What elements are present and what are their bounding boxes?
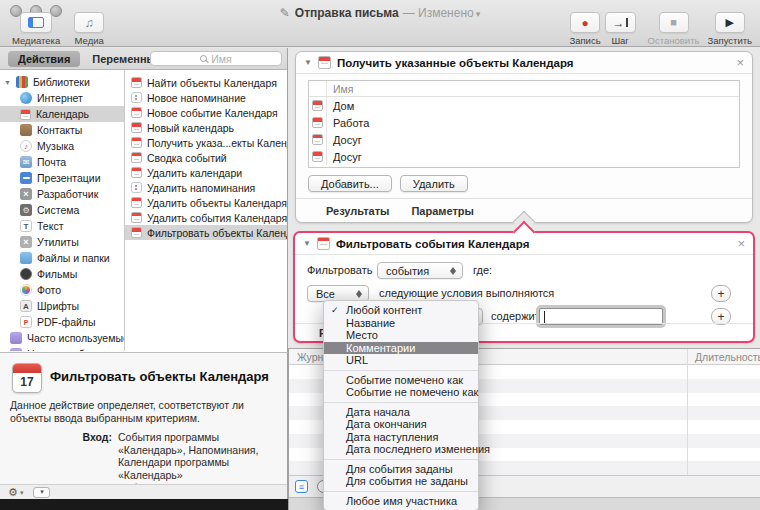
sidebar-item-presentations[interactable]: Презентации bbox=[0, 170, 124, 186]
menu-separator bbox=[324, 370, 478, 371]
input-value: События программы «Календарь», Напоминан… bbox=[118, 431, 282, 481]
menu-item[interactable]: ✓Любой контент bbox=[324, 304, 478, 317]
action-item[interactable]: Найти объекты Календаря bbox=[125, 75, 287, 90]
calendar-icon bbox=[131, 137, 142, 148]
globe-icon bbox=[20, 92, 32, 104]
action-item[interactable]: Удалить события Календаря bbox=[125, 210, 287, 225]
menu-item[interactable]: Для события заданы bbox=[324, 463, 478, 476]
table-row[interactable]: Досуг bbox=[309, 131, 739, 148]
media-button[interactable]: ♫ bbox=[74, 12, 104, 33]
sidebar-item-developer[interactable]: Разработчик bbox=[0, 186, 124, 202]
menu-item[interactable]: URL bbox=[324, 354, 478, 367]
library-sidebar: ▼Библиотеки Интернет Календарь Контакты … bbox=[0, 70, 125, 351]
menu-item[interactable]: Дата последнего изменения bbox=[324, 443, 478, 456]
sidebar-item-text[interactable]: Текст bbox=[0, 218, 124, 234]
smart-folder-icon bbox=[10, 332, 22, 344]
record-button[interactable]: ● bbox=[570, 12, 600, 33]
action-item[interactable]: Удалить напоминания bbox=[125, 180, 287, 195]
sidebar-item-recently-added[interactable]: Недавно...бавленные bbox=[0, 346, 124, 351]
run-button[interactable]: ▶ bbox=[715, 12, 745, 33]
sidebar-item-internet[interactable]: Интернет bbox=[0, 90, 124, 106]
menu-item[interactable]: Дата окончания bbox=[324, 418, 478, 431]
action-item-selected[interactable]: Фильтровать объекты Календаря bbox=[125, 225, 287, 240]
disclosure-icon[interactable]: ▼ bbox=[4, 79, 11, 86]
get-calendar-items-action: ▼ Получить указанные объекты Календаря ×… bbox=[295, 51, 753, 223]
calendar-icon bbox=[131, 227, 142, 238]
music-icon bbox=[20, 140, 32, 152]
parameters-tab[interactable]: Параметры bbox=[411, 205, 473, 217]
calendar-icon bbox=[131, 212, 142, 223]
library-button[interactable] bbox=[20, 12, 52, 33]
calendar-icon bbox=[312, 117, 323, 128]
menu-item[interactable]: Событие не помечено как bbox=[324, 386, 478, 399]
gear-menu-button[interactable]: ⚙▾ bbox=[8, 487, 23, 498]
folder-icon bbox=[20, 252, 32, 264]
close-icon[interactable]: × bbox=[737, 237, 745, 250]
chevron-down-icon: ▾ bbox=[40, 488, 44, 496]
sidebar-item-system[interactable]: Система bbox=[0, 202, 124, 218]
sidebar-item-music[interactable]: Музыка bbox=[0, 138, 124, 154]
calendar-icon bbox=[131, 122, 142, 133]
menu-item[interactable]: Для события не заданы bbox=[324, 475, 478, 488]
search-icon bbox=[200, 55, 207, 62]
disclosure-icon[interactable]: ▼ bbox=[303, 239, 311, 248]
search-input[interactable]: Имя bbox=[150, 51, 282, 66]
action-item[interactable]: Удалить объекты Календаря bbox=[125, 195, 287, 210]
sidebar-item-libraries[interactable]: ▼Библиотеки bbox=[0, 74, 124, 90]
results-tab[interactable]: Результаты bbox=[326, 205, 389, 217]
record-toolbar-item: ● Запись bbox=[569, 12, 600, 46]
collapse-panel-button[interactable]: ▾ bbox=[33, 487, 50, 498]
step-button[interactable]: → bbox=[605, 12, 636, 33]
menu-separator bbox=[324, 402, 478, 403]
filter-type-popup[interactable]: события bbox=[377, 262, 463, 279]
action-item[interactable]: Новое напоминание bbox=[125, 90, 287, 105]
automator-window: ✎Отправка письма— Изменено▾ Медиатека ♫ … bbox=[0, 0, 760, 510]
disclosure-icon[interactable]: ▼ bbox=[304, 58, 312, 67]
duration-column-header: Длительность bbox=[695, 351, 760, 363]
remove-button[interactable]: Удалить bbox=[400, 175, 468, 192]
sidebar-item-frequently-used[interactable]: Часто используемые bbox=[0, 330, 124, 346]
titlebar: ✎Отправка письма— Изменено▾ Медиатека ♫ … bbox=[0, 0, 760, 47]
library-icon bbox=[28, 17, 44, 28]
menu-item[interactable]: Место bbox=[324, 329, 478, 342]
sidebar-item-calendar[interactable]: Календарь bbox=[0, 106, 124, 122]
media-icon: ♫ bbox=[85, 17, 94, 29]
action-item[interactable]: Новое событие Календаря bbox=[125, 105, 287, 120]
menu-item[interactable]: Любое имя участника bbox=[324, 495, 478, 508]
sidebar-item-fonts[interactable]: Шрифты bbox=[0, 298, 124, 314]
action-title: Получить указанные объекты Календаря bbox=[337, 57, 730, 69]
action-item[interactable]: Получить указа...екты Календаря bbox=[125, 135, 287, 150]
stop-button[interactable]: ■ bbox=[659, 12, 689, 33]
add-button[interactable]: Добавить... bbox=[308, 175, 392, 192]
close-icon[interactable]: × bbox=[736, 56, 744, 69]
menu-item[interactable]: Событие помечено как bbox=[324, 374, 478, 387]
table-row[interactable]: Работа bbox=[309, 114, 739, 131]
play-icon: ▶ bbox=[726, 17, 734, 28]
sidebar-item-files-folders[interactable]: Файлы и папки bbox=[0, 250, 124, 266]
menu-item-highlighted[interactable]: Комментарии bbox=[324, 342, 478, 355]
library-tabbar: Действия Переменные Имя bbox=[0, 48, 287, 70]
tab-actions[interactable]: Действия bbox=[8, 51, 80, 67]
action-item[interactable]: Новый календарь bbox=[125, 120, 287, 135]
content-type-menu: ✓Любой контент Название Место Комментари… bbox=[323, 300, 479, 510]
sidebar-item-pdf[interactable]: PDF-файлы bbox=[0, 314, 124, 330]
sidebar-item-photos[interactable]: Фото bbox=[0, 282, 124, 298]
chevron-down-icon: ▾ bbox=[20, 489, 24, 496]
action-item[interactable]: Удалить календари bbox=[125, 165, 287, 180]
action-item[interactable]: Сводка событий bbox=[125, 150, 287, 165]
table-row[interactable]: Дом bbox=[309, 97, 739, 114]
column-name-header: Имя bbox=[327, 83, 353, 95]
run-toolbar-item: ▶ Запустить bbox=[707, 12, 752, 46]
log-list-icon[interactable]: ≡ bbox=[295, 480, 308, 493]
sidebar-item-movies[interactable]: Фильмы bbox=[0, 266, 124, 282]
menu-item[interactable]: Дата наступления bbox=[324, 431, 478, 444]
menu-item[interactable]: Дата начала bbox=[324, 406, 478, 419]
menu-item[interactable]: Название bbox=[324, 317, 478, 330]
table-row[interactable]: Досуг bbox=[309, 148, 739, 165]
sidebar-item-contacts[interactable]: Контакты bbox=[0, 122, 124, 138]
sidebar-item-utilities[interactable]: Утилиты bbox=[0, 234, 124, 250]
sidebar-item-mail[interactable]: Почта bbox=[0, 154, 124, 170]
movies-icon bbox=[20, 268, 32, 280]
title-chevron-icon[interactable]: ▾ bbox=[476, 9, 481, 19]
add-condition-button[interactable]: + bbox=[711, 285, 731, 302]
